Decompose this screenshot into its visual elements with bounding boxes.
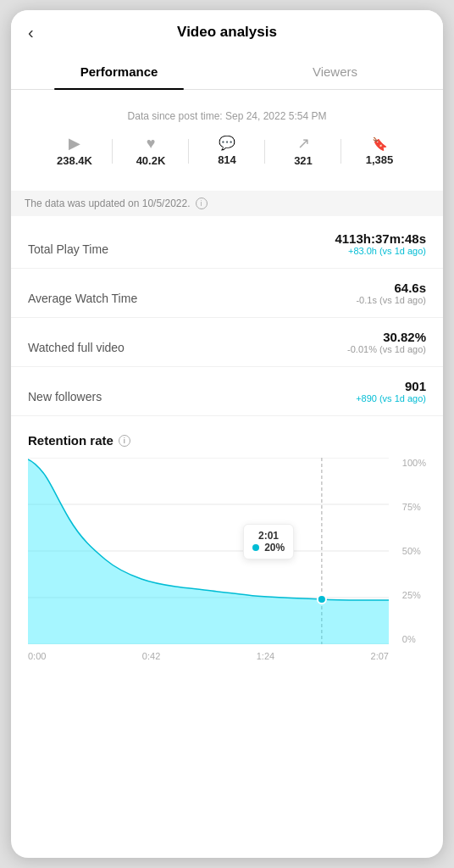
- retention-section: Retention rate i 100% 75% 50% 25% 0%: [11, 420, 443, 678]
- updated-info-icon[interactable]: i: [196, 198, 208, 209]
- updated-text: The data was updated on 10/5/2022.: [25, 198, 191, 209]
- y-label-100: 100%: [402, 458, 426, 468]
- stat-shares: ↗ 321: [265, 136, 341, 167]
- metric-average-watch-time: Average Watch Time 64.6s -0.1s (vs 1d ag…: [11, 269, 443, 318]
- metric-sub-total-play-time: +83.0h (vs 1d ago): [335, 246, 426, 256]
- metric-value-watched-full-video: 30.82% -0.01% (vs 1d ago): [347, 330, 426, 354]
- tooltip-dot: [252, 544, 259, 551]
- y-label-25: 25%: [402, 590, 426, 600]
- tabs-container: Performance Viewers: [11, 54, 443, 90]
- x-label-0: 0:00: [28, 651, 46, 678]
- shares-icon: ↗: [297, 136, 310, 151]
- plays-icon: ▶: [69, 136, 80, 151]
- metric-watched-full-video: Watched full video 30.82% -0.01% (vs 1d …: [11, 318, 443, 367]
- tab-performance[interactable]: Performance: [11, 54, 227, 89]
- metric-label-watched-full-video: Watched full video: [28, 341, 125, 354]
- comments-icon: 💬: [219, 136, 235, 150]
- likes-value: 40.2K: [136, 154, 166, 167]
- retention-title: Retention rate i: [28, 433, 426, 448]
- chart-y-labels: 100% 75% 50% 25% 0%: [402, 458, 426, 644]
- stats-row: ▶ 238.4K ♥ 40.2K 💬 814 ↗ 321 🔖 1,385: [28, 136, 426, 167]
- updated-bar: The data was updated on 10/5/2022. i: [11, 191, 443, 216]
- likes-icon: ♥: [147, 136, 156, 151]
- metric-sub-average-watch-time: -0.1s (vs 1d ago): [356, 295, 426, 305]
- metric-total-play-time: Total Play Time 4113h:37m:48s +83.0h (vs…: [11, 220, 443, 269]
- metric-label-total-play-time: Total Play Time: [28, 242, 108, 256]
- page-title: Video analysis: [177, 24, 277, 41]
- stat-plays: ▶ 238.4K: [36, 136, 113, 167]
- retention-info-icon[interactable]: i: [119, 435, 130, 447]
- metric-main-new-followers: 901: [356, 379, 426, 393]
- stat-likes: ♥ 40.2K: [113, 136, 189, 167]
- metric-main-watched-full-video: 30.82%: [347, 330, 426, 344]
- data-since-text: Data since post time: Sep 24, 2022 5:54 …: [28, 110, 426, 122]
- chart-container: 100% 75% 50% 25% 0%: [28, 458, 426, 678]
- metrics-section: Total Play Time 4113h:37m:48s +83.0h (vs…: [11, 216, 443, 420]
- svg-point-6: [318, 595, 326, 604]
- tooltip-percent: 20%: [264, 542, 285, 554]
- plays-value: 238.4K: [57, 154, 92, 167]
- metric-sub-watched-full-video: -0.01% (vs 1d ago): [347, 344, 426, 354]
- metric-new-followers: New followers 901 +890 (vs 1d ago): [11, 367, 443, 416]
- metric-label-average-watch-time: Average Watch Time: [28, 292, 137, 305]
- saves-icon: 🔖: [372, 137, 388, 150]
- back-button[interactable]: ‹: [28, 23, 34, 42]
- saves-value: 1,385: [366, 153, 394, 166]
- chart-svg-wrapper: [28, 458, 389, 644]
- stat-saves: 🔖 1,385: [341, 137, 418, 166]
- y-label-50: 50%: [402, 546, 426, 556]
- comments-value: 814: [218, 153, 236, 166]
- metric-value-new-followers: 901 +890 (vs 1d ago): [356, 379, 426, 403]
- metric-main-total-play-time: 4113h:37m:48s: [335, 231, 426, 246]
- chart-tooltip: 2:01 20%: [243, 524, 294, 559]
- y-label-75: 75%: [402, 502, 426, 512]
- tooltip-percent-line: 20%: [252, 542, 285, 554]
- data-since-section: Data since post time: Sep 24, 2022 5:54 …: [11, 90, 443, 177]
- x-label-207: 2:07: [371, 651, 389, 678]
- metric-label-new-followers: New followers: [28, 390, 102, 403]
- stat-comments: 💬 814: [189, 136, 265, 166]
- x-label-42: 0:42: [142, 651, 160, 678]
- tab-viewers[interactable]: Viewers: [227, 54, 443, 89]
- retention-title-text: Retention rate: [28, 433, 114, 448]
- tooltip-time: 2:01: [252, 530, 285, 542]
- metric-value-average-watch-time: 64.6s -0.1s (vs 1d ago): [356, 281, 426, 305]
- retention-chart-svg: [28, 458, 389, 644]
- shares-value: 321: [294, 154, 313, 167]
- chart-x-labels: 0:00 0:42 1:24 2:07: [28, 648, 389, 678]
- y-label-0: 0%: [402, 634, 426, 644]
- metric-value-total-play-time: 4113h:37m:48s +83.0h (vs 1d ago): [335, 231, 426, 256]
- header: ‹ Video analysis: [11, 10, 443, 54]
- metric-sub-new-followers: +890 (vs 1d ago): [356, 393, 426, 403]
- metric-main-average-watch-time: 64.6s: [356, 281, 426, 295]
- x-label-124: 1:24: [257, 651, 274, 678]
